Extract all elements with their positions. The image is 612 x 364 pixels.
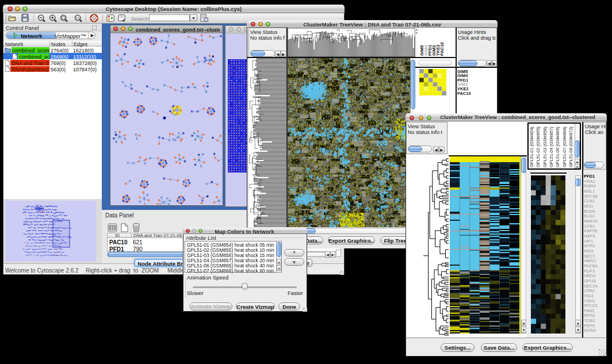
svg-text:1:1: 1:1 — [76, 17, 80, 20]
